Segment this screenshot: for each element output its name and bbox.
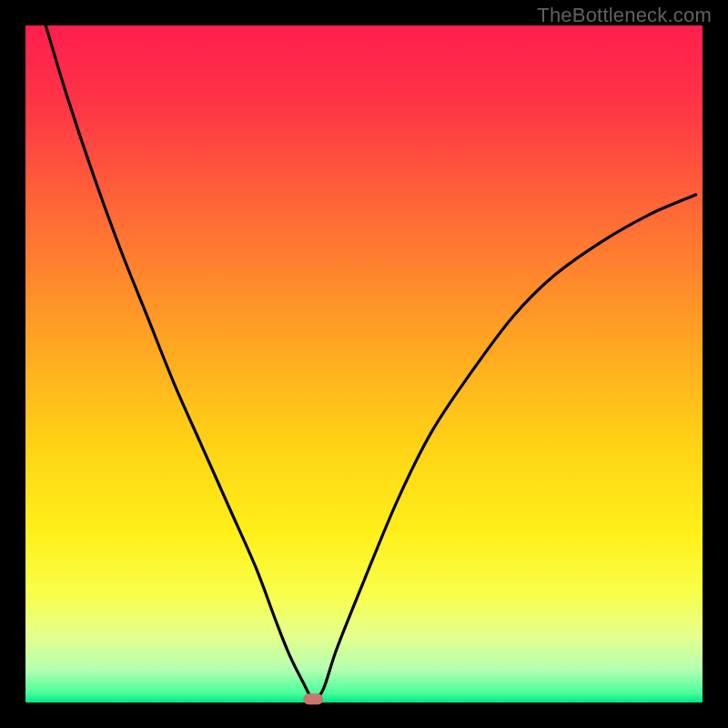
chart-svg [0,0,728,728]
chart-frame [0,0,728,728]
watermark-text: TheBottleneck.com [537,4,712,27]
gradient-background [25,25,703,703]
minimum-marker [303,693,323,704]
